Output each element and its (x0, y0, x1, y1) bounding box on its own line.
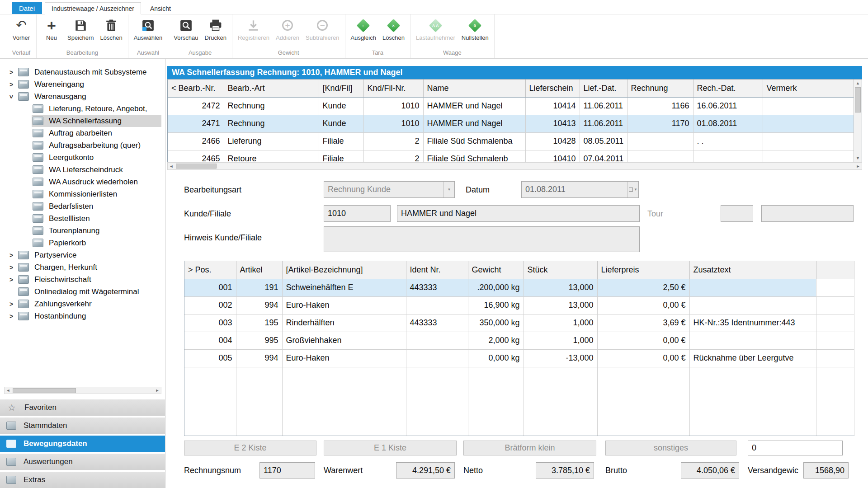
ribbon-button-bearbeitung-neu[interactable]: +Neu (39, 15, 64, 41)
tree-item-auftrag-abarbeiten[interactable]: Auftrag abarbeiten (0, 127, 161, 139)
ribbon-button-auswahl-auswählen[interactable]: Auswählen (131, 15, 166, 41)
ribbon-button-tara-ausgleich[interactable]: ↕Ausgleich (348, 15, 379, 41)
scrollbar-track[interactable] (854, 113, 862, 155)
expand-chevron-icon[interactable]: > (5, 313, 17, 320)
record-row[interactable]: 2472RechnungKunde1010HAMMER und Nagel104… (168, 97, 854, 115)
ribbon-button-waage-nullstellen[interactable]: 0Nullstellen (458, 15, 492, 41)
quick-button-e2-kiste[interactable]: E 2 Kiste (184, 441, 316, 455)
file-menu-button[interactable]: Datei (12, 2, 42, 14)
position-row[interactable]: 002994Euro-Haken16,900 kg13,0000,00 € (184, 296, 854, 314)
scroll-right-arrow-icon[interactable]: ► (854, 164, 862, 169)
warenwert-field[interactable]: 4.291,50 € (396, 462, 455, 479)
tree-item-wa-ausdruck-wiederholen[interactable]: WA Ausdruck wiederholen (0, 176, 161, 188)
tree-item-hostanbindung[interactable]: >Hostanbindung (0, 310, 161, 322)
tree-item-wa-lieferscheindruck[interactable]: WA Lieferscheindruck (0, 164, 161, 176)
nav-item-favoriten[interactable]: ☆Favoriten (0, 399, 165, 416)
ribbon-button-ausgabe-vorschau[interactable]: Vorschau (170, 15, 201, 41)
nav-item-bewegungsdaten[interactable]: Bewegungsdaten (0, 436, 165, 452)
datepicker-icon[interactable]: ▼ (627, 182, 638, 197)
record-row[interactable]: 2471RechnungKunde1010HAMMER und Nagel104… (168, 115, 854, 132)
column-header-knd-fil-nr[interactable]: Knd/Fil-Nr. (363, 80, 423, 97)
column-header-vermerk[interactable]: Vermerk (763, 80, 854, 97)
expand-chevron-icon[interactable]: > (5, 81, 17, 88)
scroll-left-arrow-icon[interactable]: ◄ (5, 388, 12, 393)
position-row[interactable]: 003195Rinderhälften443333350,000 kg1,000… (184, 314, 854, 332)
column-header-stück[interactable]: Stück (524, 261, 597, 279)
tree-item-tourenplanung[interactable]: Tourenplanung (0, 225, 161, 237)
column-header-artikel-bezeichnung[interactable]: [Artikel-Bezeichnung] (282, 261, 406, 279)
tab-ansicht[interactable]: Ansicht (144, 2, 177, 14)
tree-item-auftragsabarbeitung-quer[interactable]: Auftragsabarbeitung (quer) (0, 139, 161, 151)
netto-field[interactable]: 3.785,10 € (536, 462, 594, 479)
ribbon-button-verlauf-vorher[interactable]: ↶Vorher (9, 15, 34, 41)
column-header-knd-fil[interactable]: [Knd/Fil] (319, 80, 363, 97)
scroll-left-arrow-icon[interactable]: ◄ (168, 164, 175, 169)
scroll-down-arrow-icon[interactable]: ▼ (854, 155, 862, 162)
quick-button-sonstiges[interactable]: sonstiges (605, 441, 736, 455)
records-horizontal-scrollbar[interactable]: ◄ ► (167, 162, 862, 170)
tree-item-wareneingang[interactable]: >Wareneingang (0, 78, 161, 90)
column-header-zusatztext[interactable]: Zusatztext (689, 261, 816, 279)
datum-field[interactable]: 01.08.2011 ▼ (521, 181, 639, 198)
scroll-right-arrow-icon[interactable]: ► (154, 388, 161, 393)
scroll-up-arrow-icon[interactable]: ▲ (854, 80, 862, 87)
column-header-pos[interactable]: > Pos. (184, 261, 236, 279)
column-header-artikel[interactable]: Artikel (236, 261, 282, 279)
tour-field-1[interactable] (721, 205, 753, 222)
tree-item-kommissionierlisten[interactable]: Kommissionierlisten (0, 188, 161, 200)
tree-item-fleischwirtschaft[interactable]: >Fleischwirtschaft (0, 273, 161, 286)
expand-chevron-icon[interactable]: > (5, 69, 17, 76)
dropdown-arrow-icon[interactable]: ▼ (443, 182, 454, 197)
column-header-name[interactable]: Name (423, 80, 525, 97)
tree-item-partyservice[interactable]: >Partyservice (0, 249, 161, 261)
column-header-gewicht[interactable]: Gewicht (468, 261, 524, 279)
nav-item-stammdaten[interactable]: Stammdaten (0, 418, 165, 434)
kunde-nr-field[interactable]: 1010 (324, 205, 391, 222)
column-header-bearb-art[interactable]: Bearb.-Art (224, 80, 319, 97)
expand-chevron-icon[interactable]: > (5, 252, 17, 259)
expand-chevron-icon[interactable]: > (5, 276, 17, 283)
ribbon-button-ausgabe-drucken[interactable]: Drucken (202, 15, 230, 41)
tree-item-warenausgang[interactable]: >Warenausgang (0, 90, 161, 103)
tree-item-bedarfslisten[interactable]: Bedarfslisten (0, 200, 161, 212)
tree-item-zahlungsverkehr[interactable]: >Zahlungsverkehr (0, 298, 161, 310)
ribbon-button-bearbeitung-löschen[interactable]: Löschen (97, 15, 126, 41)
tree-item-papierkorb[interactable]: Papierkorb (0, 237, 161, 249)
ribbon-button-tara-löschen[interactable]: ×Löschen (379, 15, 408, 41)
scrollbar-thumb[interactable] (13, 388, 76, 393)
position-row[interactable]: 001191Schweinehälften E443333.200,000 kg… (184, 279, 854, 296)
tree-item-datenaustausch-mit-subsysteme[interactable]: >Datenaustausch mit Subsysteme (0, 66, 161, 78)
column-header-ident-nr[interactable]: Ident Nr. (406, 261, 468, 279)
nav-item-extras[interactable]: Extras (0, 472, 165, 488)
rechnungsnummer-field[interactable]: 1170 (259, 462, 315, 479)
expand-chevron-icon[interactable]: > (5, 300, 17, 308)
scrollbar-thumb[interactable] (176, 164, 217, 169)
tab-industriewaage-auszeichner[interactable]: Industriewaage / Auszeichner (45, 2, 141, 14)
versandgewicht-field[interactable]: 1568,90 (803, 462, 849, 479)
tree-item-leergutkonto[interactable]: Leergutkonto (0, 151, 161, 164)
tree-item-chargen-herkunft[interactable]: >Chargen, Herkunft (0, 261, 161, 273)
column-header-lieferschein[interactable]: Lieferschein (525, 80, 580, 97)
hinweis-field[interactable] (324, 226, 640, 252)
column-header-rech-dat[interactable]: Rech.-Dat. (693, 80, 763, 97)
kunde-name-field[interactable]: HAMMER und Nagel (397, 205, 640, 222)
tree-item-bestelllisten[interactable]: Bestelllisten (0, 212, 161, 225)
tree-item-onlinedialog-mit-wägeterminal[interactable]: Onlinedialog mit Wägeterminal (0, 286, 161, 298)
brutto-field[interactable]: 4.050,06 € (681, 462, 739, 479)
quick-button-e1-kiste[interactable]: E 1 Kiste (324, 441, 457, 455)
column-header-lieferpreis[interactable]: Lieferpreis (597, 261, 689, 279)
record-row[interactable]: 2465RetoureFiliale2Filiale Süd Schmalenb… (168, 150, 854, 162)
column-header-lief-dat[interactable]: Lief.-Dat. (580, 80, 627, 97)
tree-horizontal-scrollbar[interactable]: ◄ ► (4, 387, 161, 394)
nav-item-auswertungen[interactable]: Auswertungen (0, 454, 165, 470)
tree-item-wa-schnellerfassung[interactable]: WA Schnellerfassung (0, 115, 161, 127)
tour-field-2[interactable] (761, 205, 854, 222)
records-vertical-scrollbar[interactable]: ▲ ▼ (854, 80, 862, 162)
ribbon-button-bearbeitung-speichern[interactable]: Speichern (64, 15, 97, 41)
position-row[interactable]: 005994Euro-Haken0,000 kg-13,0000,00 €Rüc… (184, 349, 854, 367)
counter-field[interactable]: 0 (748, 441, 843, 455)
quick-button-braetform-klein[interactable]: Brätform klein (463, 441, 596, 455)
column-header-bearb-nr[interactable]: < Bearb.-Nr. (168, 80, 224, 97)
expand-chevron-icon[interactable]: > (5, 264, 17, 271)
bearbeitungsart-dropdown[interactable]: Rechnung Kunde ▼ (324, 181, 455, 198)
